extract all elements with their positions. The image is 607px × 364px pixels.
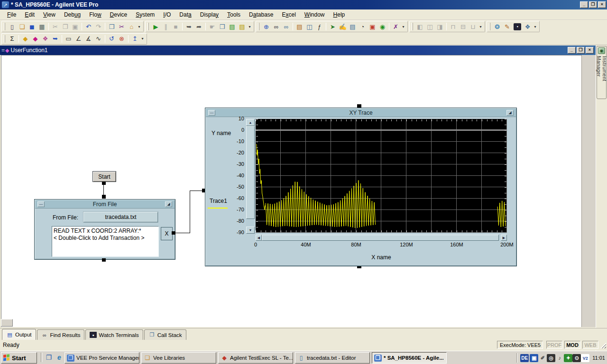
file-name-button[interactable]: tracedata.txt bbox=[83, 212, 158, 222]
menu-device[interactable]: Device bbox=[106, 10, 132, 19]
find-icon[interactable]: ∞ bbox=[271, 22, 281, 31]
resize-grip-icon[interactable]: ◢ bbox=[506, 110, 514, 116]
drag-handle[interactable] bbox=[4, 23, 5, 30]
function-builder-icon[interactable]: ƒ bbox=[314, 22, 324, 31]
drag-handle[interactable] bbox=[4, 35, 5, 43]
tab-find-results[interactable]: ∞Find Results bbox=[37, 329, 85, 340]
uf-close-button[interactable]: × bbox=[586, 47, 594, 54]
transaction-line[interactable]: READ TEXT x COORD:2 ARRAY:* bbox=[54, 228, 157, 235]
output-terminal-x[interactable]: X bbox=[161, 227, 173, 240]
tab-watch-terminals[interactable]: ▪Watch Terminals bbox=[85, 329, 143, 340]
taskbar-task-sa-hp8560e-agile[interactable]: ❐* SA_HP8560E - Agile... bbox=[372, 352, 447, 364]
restore-button[interactable]: ❐ bbox=[589, 1, 597, 8]
drag-handle[interactable] bbox=[147, 23, 149, 30]
menu-excel[interactable]: Excel bbox=[277, 10, 300, 19]
menu-database[interactable]: Database bbox=[245, 10, 277, 19]
window-link-icon[interactable]: ❖ bbox=[523, 22, 533, 31]
overflow-icon[interactable]: ▾ bbox=[401, 22, 406, 32]
overflow-icon[interactable]: ▾ bbox=[533, 22, 538, 32]
cut-wires-icon[interactable]: ✂ bbox=[117, 22, 127, 31]
language-indicator[interactable]: DE bbox=[520, 354, 529, 362]
complex-constant-icon[interactable]: ◆ bbox=[30, 34, 40, 44]
add-terminal-icon[interactable]: ▤ bbox=[227, 22, 237, 31]
align-left-icon[interactable]: ◧ bbox=[415, 22, 425, 31]
stop-object-icon[interactable]: ⊗ bbox=[117, 34, 127, 44]
find-object-icon[interactable]: ◫ bbox=[304, 22, 314, 31]
menu-tools[interactable]: Tools bbox=[223, 10, 245, 19]
cascade-windows-icon[interactable]: ❒ bbox=[217, 22, 227, 31]
menu-display[interactable]: Display bbox=[196, 10, 223, 19]
formula-icon[interactable]: Σ bbox=[7, 34, 17, 44]
show-desktop-icon[interactable]: ❐ bbox=[44, 353, 54, 362]
taskbar-task-agilent-testexec-sl-te[interactable]: ◆Agilent TestExec SL - Te... bbox=[218, 352, 293, 364]
canvas-scroll-area[interactable] bbox=[581, 55, 596, 327]
y-scrollbar[interactable]: ▲ ▼ bbox=[246, 119, 255, 234]
save-file-icon[interactable]: ◼ bbox=[27, 22, 37, 31]
align-top-icon[interactable]: ⊓ bbox=[448, 22, 458, 31]
paste-icon[interactable]: ▣ bbox=[70, 22, 80, 31]
x-scrollbar-thumb[interactable] bbox=[262, 235, 499, 241]
instrument-manager-tab[interactable]: ◉ Instrument Manager bbox=[597, 46, 607, 99]
real64-constant-icon[interactable]: ◆ bbox=[20, 34, 30, 44]
edit-properties-icon[interactable]: ✍ bbox=[338, 22, 348, 31]
scroll-down-icon[interactable]: ▼ bbox=[246, 227, 255, 234]
step-over-icon[interactable]: ➦ bbox=[194, 22, 204, 31]
pan-hand-icon[interactable]: ☛ bbox=[207, 22, 217, 31]
tray-display-icon[interactable]: ▣ bbox=[530, 354, 538, 362]
pause-icon[interactable]: ∥ bbox=[161, 22, 171, 31]
tab-call-stack[interactable]: ❒Call Stack bbox=[144, 329, 186, 340]
taskbar-task-vee-libraries[interactable]: ❏Vee Libraries bbox=[141, 352, 216, 364]
taskbar-task-vee-pro-service-manager[interactable]: ❐VEE Pro Service Manager bbox=[64, 352, 139, 364]
print-icon[interactable]: ▦ bbox=[37, 22, 47, 31]
clock[interactable]: 11:01 bbox=[592, 355, 605, 361]
alloc-array-icon[interactable]: ▭ bbox=[64, 34, 74, 44]
menu-debug[interactable]: Debug bbox=[60, 10, 85, 19]
notes-icon[interactable]: ✎ bbox=[502, 22, 512, 31]
stop-icon[interactable]: ■ bbox=[171, 22, 181, 31]
y-scrollbar-thumb[interactable] bbox=[246, 126, 255, 219]
clone-icon[interactable]: ❒ bbox=[107, 22, 117, 31]
web-document-icon[interactable]: ▣ bbox=[368, 22, 377, 31]
tray-alarm-icon[interactable]: ◎ bbox=[547, 354, 555, 362]
xy-trace-object[interactable]: — XY Trace ◢ Y name Trace1 100-10-20-30-… bbox=[205, 108, 517, 266]
start-output-pin[interactable] bbox=[102, 182, 106, 185]
overflow-icon[interactable]: ▾ bbox=[137, 22, 142, 32]
minimize-button[interactable]: _ bbox=[580, 1, 588, 8]
watch-terminal-icon[interactable]: ▪ bbox=[514, 23, 521, 30]
x-scrollbar[interactable]: ◀ ▶ bbox=[256, 235, 507, 241]
tab-output[interactable]: ▤Output bbox=[2, 329, 36, 340]
drag-handle[interactable] bbox=[489, 23, 490, 30]
menu-file[interactable]: File bbox=[3, 10, 20, 19]
align-bottom-icon[interactable]: ⊔ bbox=[468, 22, 478, 31]
fromfile-sequence-in-pin[interactable] bbox=[102, 195, 106, 199]
uf-restore-button[interactable]: ❐ bbox=[577, 47, 585, 54]
scroll-left-icon[interactable]: ◀ bbox=[256, 235, 262, 241]
overflow-icon[interactable]: ▾ bbox=[478, 22, 483, 32]
open-file-icon[interactable]: ❏ bbox=[17, 22, 27, 31]
menu-view[interactable]: View bbox=[39, 10, 60, 19]
drag-handle[interactable] bbox=[412, 23, 413, 30]
web-browser-icon[interactable]: ❂ bbox=[492, 22, 502, 31]
start-menu-button[interactable]: Start bbox=[1, 352, 37, 364]
from-file-titlebar[interactable]: — From File ◢ bbox=[35, 200, 175, 209]
home-icon[interactable]: ⌂ bbox=[127, 22, 137, 31]
xy-trace-display-icon[interactable]: ∠ bbox=[74, 34, 83, 44]
menu-data[interactable]: Data bbox=[175, 10, 195, 19]
new-file-icon[interactable]: ▯ bbox=[7, 22, 17, 31]
xy-trace-titlebar[interactable]: — XY Trace ◢ bbox=[206, 109, 516, 117]
tray-io-icon[interactable]: ⊙ bbox=[572, 354, 581, 362]
delete-terminal-icon[interactable]: ▤ bbox=[237, 22, 247, 31]
build-data-icon[interactable]: ➥ bbox=[50, 34, 60, 44]
minimize-object-icon[interactable]: — bbox=[208, 110, 215, 116]
tray-app-green-icon[interactable]: ✦ bbox=[564, 354, 572, 362]
from-file-object[interactable]: — From File ◢ From File: tracedata.txt R… bbox=[34, 199, 175, 260]
start-object[interactable]: Start bbox=[92, 171, 116, 182]
menu-i-o[interactable]: I/O bbox=[159, 10, 175, 19]
minimize-object-icon[interactable]: — bbox=[37, 201, 45, 207]
run-icon[interactable]: ▶ bbox=[151, 22, 161, 31]
view-data-icon[interactable]: ◉ bbox=[377, 22, 387, 31]
copy-icon[interactable]: ❐ bbox=[60, 22, 70, 31]
overflow-icon[interactable]: ▾ bbox=[247, 22, 252, 32]
tray-volume-icon[interactable]: ♪ bbox=[555, 354, 564, 362]
unbuild-data-icon[interactable]: ↥ bbox=[130, 34, 140, 44]
